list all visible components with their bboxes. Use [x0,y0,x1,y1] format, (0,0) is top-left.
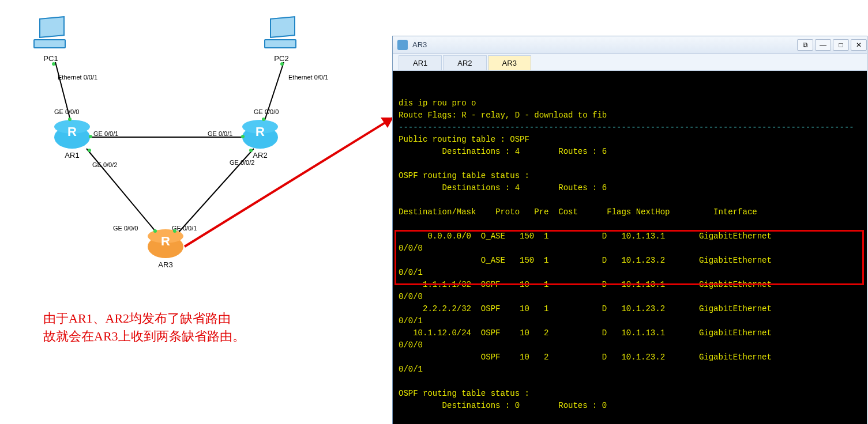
node-pc2[interactable]: PC2 [264,17,299,63]
port-label: GE 0/0/2 [230,159,254,166]
close-button[interactable]: ✕ [851,39,867,51]
app-icon [397,40,408,50]
tab-ar3[interactable]: AR3 [488,55,531,70]
node-label: AR2 [242,151,278,160]
window-title: AR3 [412,40,795,49]
pc-icon [33,17,68,52]
window-buttons: ⧉ — □ ✕ [795,39,867,51]
link-dot [153,229,157,233]
node-label: AR1 [54,151,90,160]
node-pc1[interactable]: PC1 [33,17,68,63]
port-label: GE 0/0/0 [54,108,79,115]
router-icon: R [54,126,90,149]
terminal-body[interactable]: dis ip rou pro o Route Flags: R - relay,… [393,71,867,424]
pc-icon [264,17,299,52]
link-dot [173,229,176,233]
node-ar1[interactable]: R AR1 [54,126,90,160]
node-label: PC1 [33,54,68,63]
window-titlebar[interactable]: AR3 ⧉ — □ ✕ [393,36,867,54]
dock-button[interactable]: ⧉ [797,39,813,51]
terminal-window: AR3 ⧉ — □ ✕ AR1 AR2 AR3 dis ip rou pro o… [392,36,867,424]
minimize-button[interactable]: — [815,39,831,51]
svg-marker-6 [381,118,392,128]
link-dot [241,135,245,138]
node-ar2[interactable]: R AR2 [242,126,278,160]
port-label: GE 0/0/0 [113,225,138,232]
tab-ar2[interactable]: AR2 [443,55,486,70]
node-label: AR3 [148,260,183,269]
link-dot [89,135,92,138]
router-icon: R [242,126,278,149]
tab-bar: AR1 AR2 AR3 [393,54,867,71]
link-dot [280,62,284,66]
link-dot [68,118,72,121]
link-dot [249,149,253,152]
tab-ar1[interactable]: AR1 [399,55,442,70]
link-dot [262,118,265,121]
node-ar3[interactable]: R AR3 [148,235,183,269]
port-label: Ethernet 0/0/1 [58,74,97,81]
port-label: GE 0/0/2 [92,161,117,168]
link-dot [52,62,55,66]
topology-connections [0,0,392,424]
node-label: PC2 [264,54,299,63]
port-label: Ethernet 0/0/1 [288,74,328,81]
link-dot [88,149,91,152]
topology-canvas: PC1 Ethernet 0/0/1 PC2 Ethernet 0/0/1 R … [0,0,392,424]
port-label: GE 0/0/1 [208,130,232,137]
annotation-text: 由于AR1、AR2均发布了缺省路由 故就会在AR3上收到两条缺省路由。 [43,310,245,346]
port-label: GE 0/0/0 [254,108,279,115]
maximize-button[interactable]: □ [833,39,849,51]
router-icon: R [148,235,183,258]
port-label: GE 0/0/1 [93,130,118,137]
